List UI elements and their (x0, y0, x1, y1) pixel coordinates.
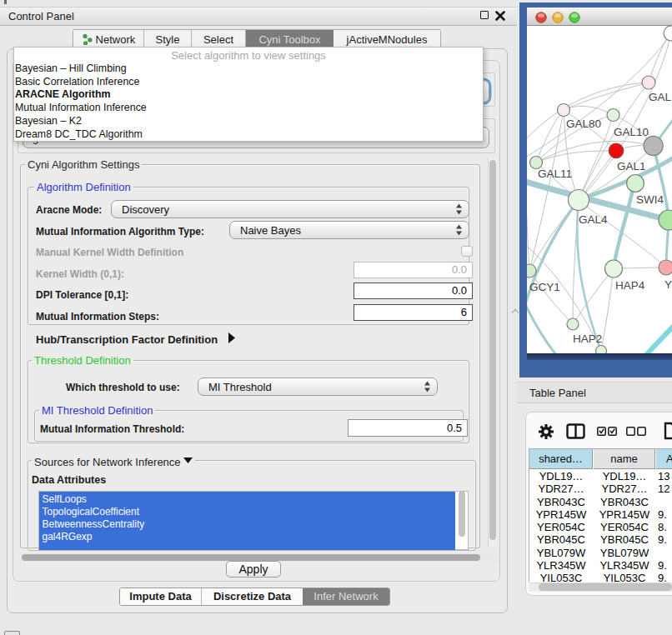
svg-text:GAL11: GAL11 (538, 168, 572, 180)
svg-text:HAP2: HAP2 (573, 332, 602, 345)
svg-text:SWI4: SWI4 (636, 193, 664, 206)
svg-text:GAL1: GAL1 (617, 160, 646, 172)
svg-text:GCY1: GCY1 (529, 281, 560, 293)
svg-text:GAL10: GAL10 (614, 126, 649, 138)
svg-text:GAL: GAL (649, 91, 672, 103)
svg-text:Y: Y (664, 278, 672, 291)
svg-text:GAL4: GAL4 (579, 213, 608, 226)
svg-text:HAP4: HAP4 (615, 279, 645, 292)
svg-text:GAL80: GAL80 (566, 118, 601, 130)
